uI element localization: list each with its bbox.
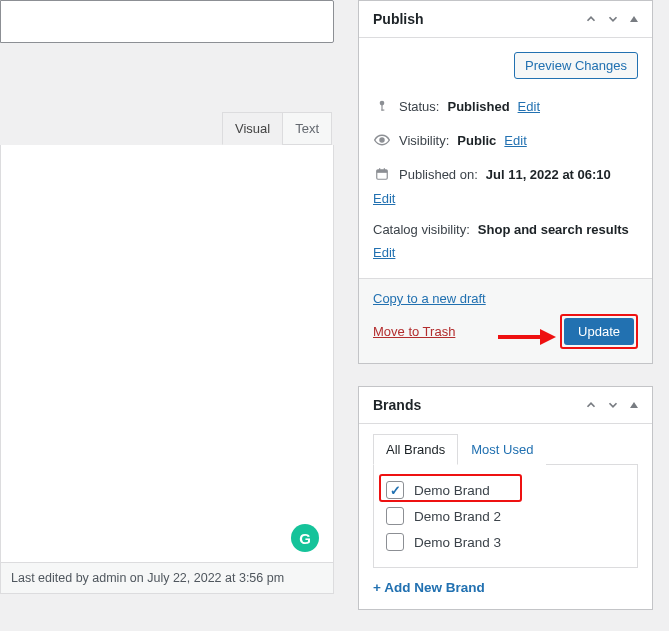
highlight-update: Update [560, 314, 638, 349]
svg-rect-7 [379, 168, 380, 170]
brand-item[interactable]: Demo Brand [384, 477, 627, 503]
visibility-value: Public [457, 133, 496, 148]
grammarly-icon[interactable]: G [291, 524, 319, 552]
move-to-trash-link[interactable]: Move to Trash [373, 324, 455, 339]
published-value: Jul 11, 2022 at 06:10 [486, 167, 611, 182]
svg-rect-3 [381, 110, 384, 111]
publish-title: Publish [373, 11, 424, 27]
tab-most-used[interactable]: Most Used [458, 434, 546, 465]
chevron-down-icon[interactable] [606, 398, 620, 412]
brand-label: Demo Brand 3 [414, 535, 501, 550]
panel-toggle-icon[interactable] [628, 399, 640, 411]
editor-status-bar: Last edited by admin on July 22, 2022 at… [0, 563, 334, 594]
publish-header-controls [584, 12, 640, 26]
chevron-down-icon[interactable] [606, 12, 620, 26]
add-new-brand-link[interactable]: + Add New Brand [373, 568, 638, 599]
brand-list: Demo BrandDemo Brand 2Demo Brand 3 [373, 464, 638, 568]
brands-title: Brands [373, 397, 421, 413]
post-title-input[interactable] [0, 0, 334, 43]
tab-text[interactable]: Text [282, 112, 332, 145]
chevron-up-icon[interactable] [584, 12, 598, 26]
svg-point-1 [380, 101, 385, 106]
brand-label: Demo Brand 2 [414, 509, 501, 524]
brand-checkbox[interactable] [386, 481, 404, 499]
svg-rect-8 [384, 168, 385, 170]
svg-point-4 [380, 138, 384, 142]
tab-visual[interactable]: Visual [222, 112, 283, 145]
edit-published-link[interactable]: Edit [373, 191, 395, 206]
status-label: Status: [399, 99, 439, 114]
annotation-arrow-icon [498, 325, 556, 349]
eye-icon [373, 131, 391, 149]
chevron-up-icon[interactable] [584, 398, 598, 412]
brand-label: Demo Brand [414, 483, 490, 498]
visibility-label: Visibility: [399, 133, 449, 148]
update-button[interactable]: Update [564, 318, 634, 345]
edit-catalog-link[interactable]: Edit [373, 245, 395, 260]
catalog-value: Shop and search results [478, 222, 629, 237]
svg-marker-10 [540, 329, 556, 345]
status-value: Published [447, 99, 509, 114]
publish-metabox: Publish Preview Changes [358, 0, 653, 364]
published-label: Published on: [399, 167, 478, 182]
editor-canvas[interactable]: G [0, 145, 334, 563]
brands-header-controls [584, 398, 640, 412]
preview-changes-button[interactable]: Preview Changes [514, 52, 638, 79]
edit-status-link[interactable]: Edit [518, 99, 540, 114]
editor-mode-tabs: Visual Text [0, 112, 334, 145]
key-icon [373, 97, 391, 115]
brand-checkbox[interactable] [386, 507, 404, 525]
svg-marker-11 [630, 402, 638, 408]
edit-visibility-link[interactable]: Edit [504, 133, 526, 148]
brands-metabox: Brands All Brands Most Used Demo BrandDe… [358, 386, 653, 610]
brand-item[interactable]: Demo Brand 3 [384, 529, 627, 555]
brand-checkbox[interactable] [386, 533, 404, 551]
tab-all-brands[interactable]: All Brands [373, 434, 458, 465]
calendar-icon [373, 165, 391, 183]
copy-draft-link[interactable]: Copy to a new draft [373, 291, 486, 306]
svg-marker-0 [630, 16, 638, 22]
panel-toggle-icon[interactable] [628, 13, 640, 25]
catalog-label: Catalog visibility: [373, 222, 470, 237]
brand-item[interactable]: Demo Brand 2 [384, 503, 627, 529]
svg-rect-6 [377, 170, 388, 173]
